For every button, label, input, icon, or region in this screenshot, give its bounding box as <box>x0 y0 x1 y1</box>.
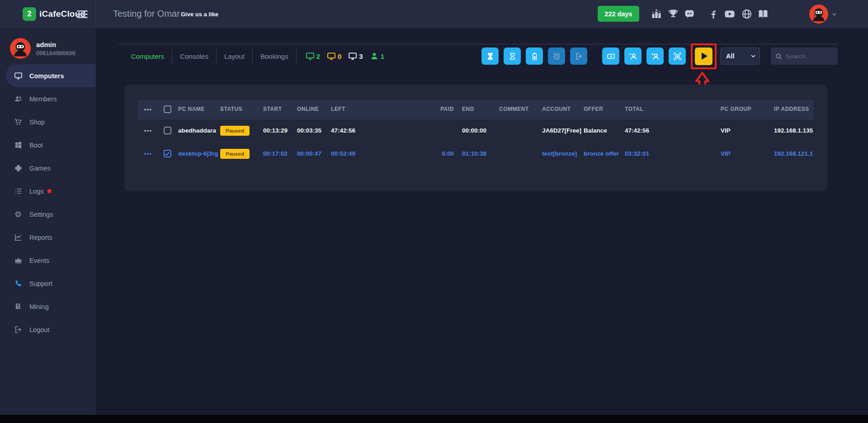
actions-toolbar: All <box>481 43 838 69</box>
payment-button[interactable] <box>602 48 619 65</box>
users-icon <box>14 95 23 103</box>
tab-consoles[interactable]: Consoles <box>172 52 216 60</box>
tab-bookings[interactable]: Bookings <box>253 52 296 60</box>
play-icon <box>702 52 708 60</box>
chevron-down-icon <box>831 11 837 17</box>
add-time-button[interactable] <box>504 48 521 65</box>
profile-phone: 096184986696 <box>36 50 75 57</box>
days-remaining-badge[interactable]: 222 days <box>598 6 639 22</box>
tab-computers[interactable]: Computers <box>131 52 172 60</box>
count-members-online[interactable]: 1 <box>370 52 384 61</box>
hourglass-outline-icon <box>508 52 517 61</box>
cell-paid: 0.00 <box>390 142 460 165</box>
pause-time-button[interactable] <box>481 48 499 65</box>
battery-icon <box>530 52 539 61</box>
battery-button[interactable] <box>526 48 543 65</box>
cell-pc-name: desktop-6j3rg… <box>176 142 218 165</box>
sidebar-item-settings[interactable]: ⚙ Settings <box>0 203 96 226</box>
row-actions-icon[interactable]: ••• <box>144 150 152 157</box>
sidebar-item-mining[interactable]: Ƀ Mining <box>0 295 96 318</box>
cell-online: 00:00:47 <box>295 142 329 165</box>
sidebar-item-computers[interactable]: Computers <box>6 64 96 87</box>
search-input[interactable] <box>786 53 833 60</box>
row-checkbox[interactable] <box>164 150 171 157</box>
profile-name: admin <box>36 41 75 48</box>
cell-account: test[bronze] <box>540 142 582 165</box>
brand-logo-icon: 2 <box>23 7 36 21</box>
group-filter: All <box>720 48 760 65</box>
cell-pc-group: VIP <box>719 142 772 165</box>
sidebar-item-reports[interactable]: Reports <box>0 226 96 249</box>
header-actions-icon[interactable]: ••• <box>144 106 152 113</box>
cell-paid <box>390 119 460 142</box>
user-star-icon <box>629 52 637 61</box>
row-actions-icon[interactable]: ••• <box>144 127 152 134</box>
count-paused[interactable]: 0 <box>327 52 341 61</box>
youtube-icon[interactable] <box>724 9 735 19</box>
topbar: 2 iCafeCloud Testing for Omar Give us a … <box>0 0 868 28</box>
monitor-icon <box>306 52 315 61</box>
cell-offer: Balance <box>582 119 623 142</box>
sidebar-nav: Computers Members Shop Boot Games Logs ⚙… <box>0 64 96 341</box>
facebook-icon[interactable] <box>708 9 719 19</box>
count-in-use[interactable]: 2 <box>306 52 320 61</box>
sidebar-item-logs[interactable]: Logs <box>0 180 96 203</box>
status-badge: Paused <box>220 126 250 136</box>
table-header-row: ••• PC NAME STATUS START ONLINE LEFT PAI… <box>138 100 814 119</box>
list-icon <box>14 187 23 195</box>
table-row[interactable]: ••• abedhaddara Paused 00:13:29 00:03:35… <box>138 119 814 142</box>
screenshot-icon <box>673 52 682 61</box>
resume-play-button[interactable] <box>695 48 712 65</box>
sidebar-item-logout[interactable]: Logout <box>0 318 96 341</box>
cell-account: JA6D27[Free] <box>540 119 582 142</box>
status-counts: 2 0 3 1 <box>306 52 384 61</box>
sidebar-item-shop[interactable]: Shop <box>0 110 96 133</box>
cell-ip: 192.168.121.1 <box>772 142 814 165</box>
row-checkbox[interactable] <box>164 127 171 134</box>
sidebar-item-support[interactable]: Support <box>0 272 96 295</box>
sidebar-item-boot[interactable]: Boot <box>0 133 96 157</box>
monitor-icon <box>348 52 357 61</box>
user-icon <box>370 52 379 61</box>
checkout-button[interactable] <box>570 48 587 65</box>
sidebar-item-members[interactable]: Members <box>0 87 96 110</box>
trophy-icon[interactable] <box>668 9 679 19</box>
tab-layout[interactable]: Layout <box>217 52 252 60</box>
brand-logo[interactable]: 2 iCafeCloud <box>23 7 85 21</box>
count-offline[interactable]: 3 <box>348 52 363 61</box>
guest-login-button[interactable] <box>646 48 664 65</box>
phone-icon <box>14 279 23 288</box>
ranking-icon[interactable] <box>651 9 662 19</box>
cell-comment <box>497 142 540 165</box>
globe-icon[interactable] <box>741 9 752 19</box>
cell-ip: 192.168.1.135 <box>772 119 814 142</box>
cell-left: 47:42:56 <box>329 119 390 142</box>
sidebar-item-games[interactable]: Games <box>0 157 96 180</box>
discord-icon[interactable] <box>684 9 695 19</box>
guide-icon[interactable] <box>758 9 769 19</box>
computers-table: ••• PC NAME STATUS START ONLINE LEFT PAI… <box>138 100 814 165</box>
monitor-icon <box>14 71 23 80</box>
user-plus-icon <box>651 52 660 61</box>
profile[interactable]: admin 096184986696 <box>10 38 75 59</box>
member-login-button[interactable] <box>624 48 642 65</box>
select-all-checkbox[interactable] <box>164 105 171 113</box>
group-filter-select[interactable]: All <box>720 48 760 65</box>
chart-icon <box>14 233 23 242</box>
table-row[interactable]: ••• desktop-6j3rg… Paused 00:17:02 00:00… <box>138 142 814 165</box>
cell-start: 00:17:02 <box>261 142 295 165</box>
cell-end: 01:10:38 <box>460 142 497 165</box>
bottom-bar <box>0 415 868 423</box>
cell-pc-group: VIP <box>719 119 772 142</box>
give-us-a-like-link[interactable]: Give us a like <box>181 11 218 18</box>
menu-toggle-icon[interactable] <box>77 10 88 18</box>
sidebar-item-events[interactable]: Events <box>0 249 96 272</box>
page-title: Testing for Omar <box>113 9 180 19</box>
cell-total: 47:42:56 <box>623 119 719 142</box>
account-menu[interactable] <box>809 5 837 24</box>
exit-icon <box>575 52 583 61</box>
screenshot-button[interactable] <box>669 48 686 65</box>
play-button-highlight-box <box>691 43 717 69</box>
alarm-button[interactable] <box>548 48 565 65</box>
cell-end: 00:00:00 <box>460 119 497 142</box>
